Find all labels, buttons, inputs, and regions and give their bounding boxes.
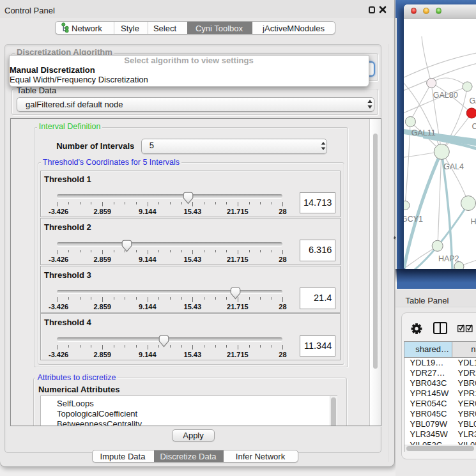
svg-text:GAL7: GAL7 bbox=[469, 96, 476, 105]
svg-text:GCY1: GCY1 bbox=[404, 215, 423, 224]
svg-text:GAL4: GAL4 bbox=[443, 162, 464, 171]
svg-text:HAP2: HAP2 bbox=[438, 254, 459, 263]
svg-text:COS5: COS5 bbox=[472, 121, 476, 130]
svg-text:GAL11: GAL11 bbox=[411, 128, 435, 137]
svg-text:GAL80: GAL80 bbox=[433, 91, 457, 100]
svg-text:HIS4: HIS4 bbox=[470, 217, 476, 226]
